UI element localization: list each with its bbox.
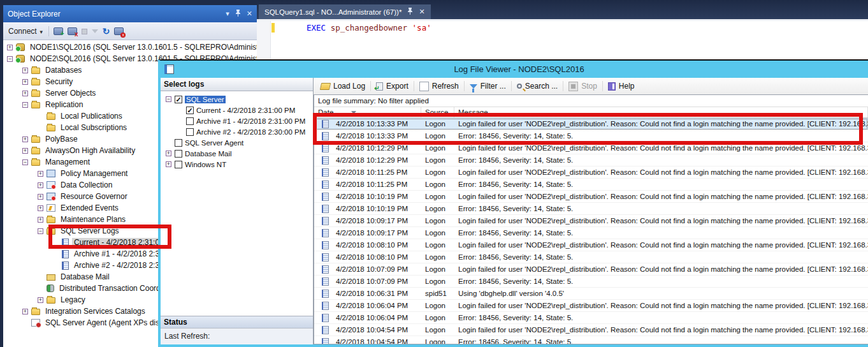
expander-icon[interactable]: − <box>22 102 28 108</box>
log-table-row[interactable]: 4/2/2018 10:08:10 PMLogonError: 18456, S… <box>314 251 868 263</box>
log-entry-icon <box>322 314 329 322</box>
connect-button[interactable]: Connect▼ <box>8 27 44 36</box>
disconnect-server-icon[interactable] <box>68 27 77 35</box>
checkbox[interactable] <box>175 139 182 147</box>
log-file-viewer-icon <box>164 64 174 74</box>
checkbox[interactable] <box>186 117 194 125</box>
log-table-row[interactable]: 4/2/2018 10:04:54 PMLogonError: 18456, S… <box>314 336 868 344</box>
log-date-cell: 4/2/2018 10:11:25 PM <box>336 168 421 176</box>
select-logs-panel: Select logs −✓SQL Server✓Current - 4/2/2… <box>161 78 314 344</box>
connect-server-icon[interactable] <box>54 27 63 35</box>
log-table-row[interactable]: 4/2/2018 10:09:17 PMLogonError: 18456, S… <box>314 227 868 239</box>
export-button[interactable]: Export <box>372 79 413 93</box>
select-logs-item[interactable]: ✓Current - 4/2/2018 2:31:00 PM <box>161 105 313 115</box>
select-logs-item[interactable]: Archive #1 - 4/2/2018 2:31:00 PM <box>161 115 313 126</box>
log-table-row[interactable]: 4/2/2018 10:09:17 PMLogonLogin failed fo… <box>314 215 868 227</box>
log-table-row[interactable]: 4/2/2018 10:08:10 PMLogonLogin failed fo… <box>314 239 868 251</box>
expander-icon[interactable]: − <box>7 56 13 62</box>
log-table-row[interactable]: 4/2/2018 10:07:09 PMLogonError: 18456, S… <box>314 276 868 288</box>
window-position-icon[interactable]: ▾ <box>226 10 229 18</box>
log-table-row[interactable]: 4/2/2018 10:07:09 PMLogonLogin failed fo… <box>314 263 868 276</box>
log-table-row[interactable]: 4/2/2018 10:11:25 PMLogonLogin failed fo… <box>314 166 868 179</box>
pin-icon[interactable] <box>235 10 241 18</box>
log-source-cell: Logon <box>421 217 454 225</box>
log-table-row[interactable]: 4/2/2018 10:11:25 PMLogonError: 18456, S… <box>314 179 868 191</box>
log-table-row[interactable]: 4/2/2018 10:12:29 PMLogonError: 18456, S… <box>314 154 868 166</box>
log-entry-icon <box>322 241 329 249</box>
document-tab-strip: SQLQuery1.sql - NO...Administrator (67))… <box>257 0 868 19</box>
expander-icon[interactable]: + <box>38 217 43 223</box>
filter-button[interactable]: Filter ... <box>465 79 510 93</box>
pin-icon[interactable] <box>407 8 413 16</box>
select-logs-item[interactable]: +Database Mail <box>161 148 313 159</box>
expander-icon[interactable]: + <box>38 194 43 200</box>
log-message-cell: Login failed for user 'NODE2\repl_distri… <box>454 144 868 152</box>
toolbar-button-label: Refresh <box>432 82 459 91</box>
log-entry-icon-cell <box>314 217 336 225</box>
expander-icon[interactable]: + <box>7 45 13 50</box>
expander-icon[interactable]: + <box>22 137 28 142</box>
expander-icon[interactable]: + <box>166 161 171 167</box>
log-table-row[interactable]: 4/2/2018 10:06:04 PMLogonError: 18456, S… <box>314 312 868 324</box>
refresh-icon <box>419 82 429 91</box>
expander-icon[interactable]: + <box>38 205 43 211</box>
oe-tree-item-label: Integration Services Catalogs <box>43 307 147 316</box>
log-table-row[interactable]: 4/2/2018 10:04:54 PMLogonLogin failed fo… <box>314 324 868 336</box>
checkbox[interactable]: ✓ <box>175 96 182 103</box>
select-logs-item[interactable]: Archive #2 - 4/2/2018 2:30:00 PM <box>161 126 313 137</box>
search-button[interactable]: Search ... <box>512 79 562 93</box>
expander-icon[interactable]: + <box>38 182 43 188</box>
object-explorer-toolbar: Connect▼ ↻ <box>3 22 257 40</box>
expander-icon[interactable]: + <box>38 297 43 303</box>
close-icon[interactable]: ✕ <box>247 10 252 18</box>
oe-tree-item-label: Data Collection <box>59 181 114 189</box>
log-table-row[interactable]: 4/2/2018 10:10:19 PMLogonError: 18456, S… <box>314 203 868 215</box>
select-logs-item[interactable]: −✓SQL Server <box>161 94 313 105</box>
select-logs-item[interactable]: +Windows NT <box>161 159 313 170</box>
expander-icon[interactable]: + <box>22 79 28 85</box>
help-button[interactable]: Help <box>604 79 639 93</box>
query-document-tab[interactable]: SQLQuery1.sql - NO...Administrator (67))… <box>259 4 431 19</box>
load-log-button[interactable]: Load Log <box>316 79 370 93</box>
expander-icon[interactable]: − <box>38 228 43 234</box>
log-table-row[interactable]: 4/2/2018 10:06:31 PMspid51Using 'dbghelp… <box>314 288 868 300</box>
expander-icon[interactable]: − <box>22 159 28 165</box>
expander-icon[interactable]: + <box>22 68 28 73</box>
server-error-icon[interactable] <box>114 27 124 35</box>
log-date-cell: 4/2/2018 10:12:29 PM <box>336 144 421 152</box>
select-logs-item[interactable]: SQL Server Agent <box>161 137 313 148</box>
expander-icon[interactable]: + <box>22 148 28 154</box>
close-icon[interactable]: ✕ <box>419 8 424 16</box>
select-logs-item-label: Windows NT <box>185 161 226 168</box>
log-entry-icon <box>322 193 329 201</box>
refresh-icon[interactable]: ↻ <box>103 27 110 35</box>
sql-editor[interactable]: EXEC sp_changedbowner 'sa' <box>257 19 868 59</box>
select-logs-item-label: SQL Server <box>185 96 226 103</box>
log-table-row[interactable]: 4/2/2018 10:10:19 PMLogonLogin failed fo… <box>314 191 868 203</box>
log-entry-icon <box>322 229 329 237</box>
oe-tree-item-label: Security <box>43 77 75 86</box>
log-message-cell: Error: 18456, Severity: 14, State: 5. <box>454 156 868 164</box>
expander-icon[interactable]: + <box>166 151 171 156</box>
extended-events-icon <box>47 204 55 212</box>
log-date-cell: 4/2/2018 10:11:25 PM <box>336 181 421 188</box>
log-table-row[interactable]: 4/2/2018 10:06:04 PMLogonLogin failed fo… <box>314 300 868 312</box>
checkbox[interactable] <box>175 150 182 158</box>
dialog-title-bar[interactable]: Log File Viewer - NODE2\SQL2016 <box>161 61 868 78</box>
checkbox[interactable] <box>186 128 194 136</box>
query-editor-area: SQLQuery1.sql - NO...Administrator (67))… <box>257 0 868 59</box>
folder-icon <box>31 137 40 143</box>
oe-tree-item[interactable]: +NODE1\SQL2016 (SQL Server 13.0.1601.5 -… <box>3 41 257 53</box>
folder-icon <box>31 159 40 166</box>
refresh-button[interactable]: Refresh <box>415 79 463 93</box>
log-entry-icon-cell <box>314 253 336 262</box>
expander-icon[interactable]: − <box>166 96 171 102</box>
checkbox[interactable]: ✓ <box>186 107 194 114</box>
tab-title: SQLQuery1.sql - NO...Administrator (67))… <box>264 8 401 16</box>
sql-token: 'sa' <box>412 23 431 33</box>
expander-icon[interactable]: + <box>22 91 28 96</box>
expander-icon[interactable]: + <box>22 309 28 314</box>
expander-icon[interactable]: + <box>38 171 43 177</box>
checkbox[interactable] <box>175 161 182 168</box>
toolbar-separator <box>414 81 414 91</box>
